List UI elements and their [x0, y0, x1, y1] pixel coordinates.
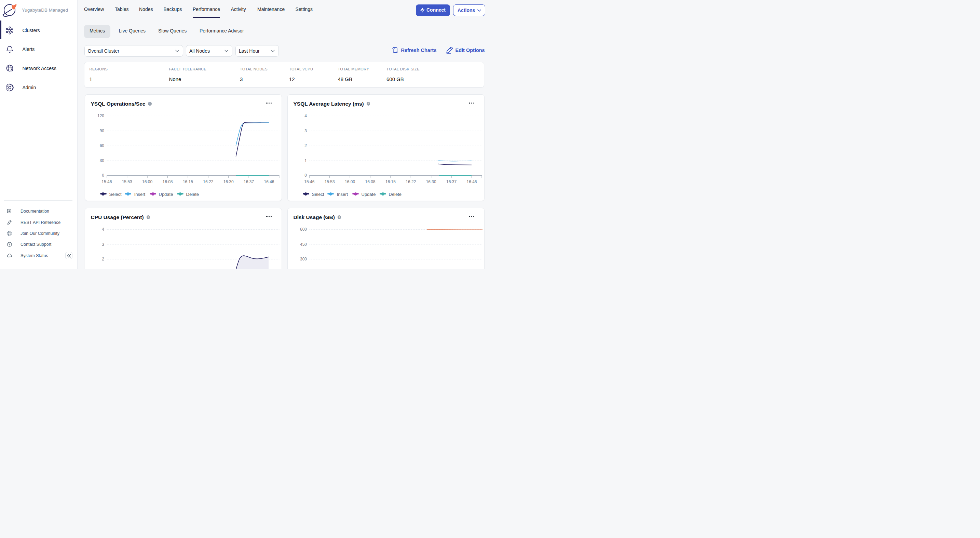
- svg-text:16:00: 16:00: [345, 179, 355, 184]
- svg-text:300: 300: [300, 257, 307, 261]
- svg-text:16:22: 16:22: [406, 179, 416, 184]
- svg-text:3: 3: [304, 128, 307, 133]
- svg-text:0: 0: [304, 173, 307, 178]
- svg-text:600: 600: [300, 227, 307, 232]
- svg-text:16:08: 16:08: [365, 179, 375, 184]
- svg-text:2: 2: [304, 143, 307, 148]
- svg-text:120: 120: [97, 113, 104, 118]
- svg-text:16:15: 16:15: [385, 179, 396, 184]
- svg-text:16:22: 16:22: [203, 179, 213, 184]
- svg-text:15:53: 15:53: [325, 179, 335, 184]
- svg-text:16:30: 16:30: [426, 179, 436, 184]
- svg-text:15:46: 15:46: [102, 179, 112, 184]
- svg-text:16:30: 16:30: [223, 179, 234, 184]
- svg-text:90: 90: [100, 128, 105, 133]
- svg-text:16:00: 16:00: [142, 179, 153, 184]
- svg-text:16:37: 16:37: [243, 179, 254, 184]
- svg-text:16:15: 16:15: [183, 179, 193, 184]
- svg-text:0: 0: [102, 173, 104, 178]
- svg-text:16:08: 16:08: [162, 179, 173, 184]
- svg-text:1: 1: [304, 158, 307, 163]
- svg-text:450: 450: [300, 242, 307, 247]
- svg-text:30: 30: [100, 158, 105, 163]
- svg-text:4: 4: [102, 227, 104, 232]
- svg-text:16:46: 16:46: [264, 179, 274, 184]
- svg-text:2: 2: [102, 257, 104, 261]
- svg-text:60: 60: [100, 143, 105, 148]
- svg-text:16:37: 16:37: [446, 179, 457, 184]
- svg-text:16:46: 16:46: [466, 179, 477, 184]
- svg-text:4: 4: [304, 113, 307, 118]
- svg-text:15:53: 15:53: [122, 179, 132, 184]
- svg-text:3: 3: [102, 242, 104, 247]
- svg-text:15:46: 15:46: [304, 179, 314, 184]
